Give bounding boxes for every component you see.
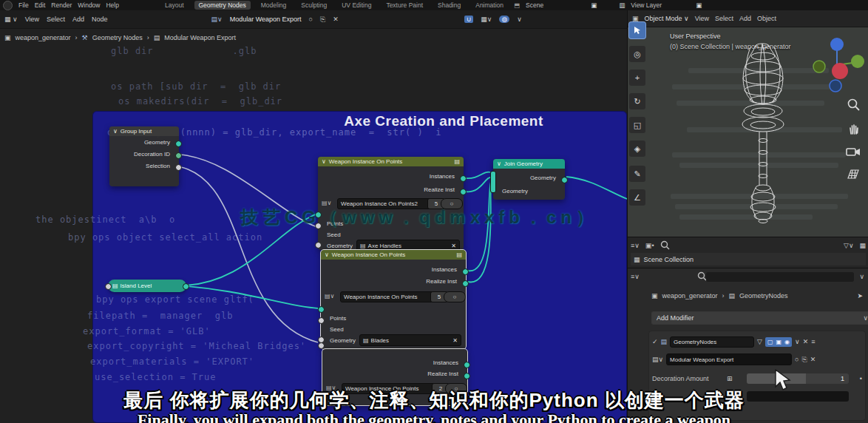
tool-measure[interactable]: ∠: [629, 189, 645, 206]
new-view-layer-icon[interactable]: ▣: [696, 1, 702, 9]
unlink-icon[interactable]: ✕: [810, 356, 816, 363]
multi-input-socket[interactable]: [490, 171, 496, 193]
weapon-instance-node-1[interactable]: ∨Weapon Instance On Points▤ Instances Re…: [318, 157, 464, 250]
breadcrumb-object[interactable]: weapon_generator: [16, 34, 71, 41]
fake-user-toggle[interactable]: ○: [444, 291, 466, 302]
output-socket[interactable]: [175, 152, 182, 159]
wireframe-mace-model[interactable]: [724, 40, 805, 229]
node-options-icon[interactable]: ▤: [454, 158, 460, 165]
chevron-down-icon[interactable]: ∨: [795, 338, 800, 345]
view-layer-selector[interactable]: View Layer: [631, 1, 662, 9]
workspace-tab-modeling[interactable]: Modeling: [257, 1, 291, 10]
weapon-instance-node-2[interactable]: ∨Weapon Instance On Points▤ Instances Re…: [321, 250, 466, 349]
overlays-icon[interactable]: ◍: [499, 16, 509, 23]
node-menu-view[interactable]: View: [25, 16, 39, 23]
filter-icon[interactable]: ▽∨: [844, 242, 854, 249]
fake-user-icon[interactable]: ○: [309, 16, 313, 23]
search-icon[interactable]: [660, 240, 671, 251]
new-scene-icon[interactable]: ▣: [591, 1, 597, 9]
tool-move[interactable]: +: [629, 70, 645, 86]
animate-dot-icon[interactable]: •: [860, 375, 862, 382]
node-menu-add[interactable]: Add: [72, 16, 84, 23]
output-socket[interactable]: [462, 280, 469, 287]
breadcrumb-tree[interactable]: Modular Weapon Export: [164, 34, 236, 41]
new-tree-icon[interactable]: ⎘: [320, 16, 325, 24]
collapse-icon[interactable]: ∨: [497, 160, 501, 167]
display-mode-icon[interactable]: ▣•: [645, 242, 654, 249]
snap-mode-dropdown[interactable]: ▦∨: [481, 16, 492, 23]
tool-scale[interactable]: ◱: [629, 117, 645, 133]
workspace-tab-sculpting[interactable]: Sculpting: [296, 1, 331, 10]
workspace-tab-shading[interactable]: Shading: [433, 1, 465, 10]
funnel-icon[interactable]: ▽: [757, 338, 762, 345]
workspace-tab-uv-editing[interactable]: UV Editing: [337, 1, 376, 10]
workspace-tab-layout[interactable]: Layout: [160, 1, 189, 10]
fake-user-icon[interactable]: ○: [795, 356, 799, 363]
menu-help[interactable]: Help: [106, 1, 118, 9]
node-menu-node[interactable]: Node: [92, 16, 108, 23]
outliner-row-scene-collection[interactable]: ▦ Scene Collection: [631, 253, 866, 265]
value-slider[interactable]: 1: [747, 373, 849, 384]
perspective-toggle-icon[interactable]: [846, 167, 861, 180]
output-socket[interactable]: [460, 189, 467, 195]
tool-annotate[interactable]: ✎: [629, 166, 645, 182]
input-socket[interactable]: [318, 342, 325, 349]
join-geometry-node[interactable]: ∨Join Geometry Geometry Geometry: [493, 159, 565, 200]
input-socket[interactable]: [318, 306, 325, 313]
output-socket[interactable]: [460, 175, 467, 182]
render-toggle-icon[interactable]: ◉: [784, 339, 790, 345]
output-socket[interactable]: [175, 164, 182, 171]
navigation-gizmo[interactable]: [810, 35, 865, 98]
modifier-display-toggles[interactable]: ▢ ▣ ◉: [765, 337, 792, 347]
clear-icon[interactable]: ✕: [451, 243, 456, 249]
snap-magnet-icon[interactable]: ∪: [464, 16, 474, 23]
collapse-icon[interactable]: ∨: [325, 251, 329, 258]
scene-selector[interactable]: Scene: [526, 1, 543, 9]
group-input-node[interactable]: ∨Group Input Geometry Decoration ID Sele…: [109, 126, 179, 186]
tool-select-box[interactable]: [629, 22, 645, 38]
menu-edit[interactable]: Edit: [35, 1, 46, 9]
menu-file[interactable]: File: [18, 1, 29, 9]
node-options-icon[interactable]: ▤: [456, 251, 462, 258]
menu-render[interactable]: Render: [51, 1, 72, 9]
vp-menu-select[interactable]: Select: [715, 15, 733, 22]
input-socket[interactable]: [315, 242, 322, 248]
add-modifier-button[interactable]: Add Modifier ∨: [651, 311, 868, 325]
node-group-name-field[interactable]: Modular Weapon Export: [666, 353, 792, 365]
breadcrumb-modifier[interactable]: Geometry Nodes: [92, 34, 143, 41]
blender-logo-icon[interactable]: [3, 1, 13, 10]
zoom-icon[interactable]: [847, 98, 861, 112]
pin-icon[interactable]: ➤: [857, 292, 863, 300]
expand-check-icon[interactable]: ✓: [652, 338, 658, 345]
node-group-name-field[interactable]: Weapon Instance On Points: [340, 291, 435, 302]
workspace-tab-texture-paint[interactable]: Texture Paint: [382, 1, 427, 10]
input-socket[interactable]: [318, 317, 325, 324]
input-socket[interactable]: [105, 283, 112, 290]
pan-hand-icon[interactable]: [847, 121, 861, 136]
workspace-tab-animation[interactable]: Animation: [471, 1, 508, 10]
modifier-name-field[interactable]: GeometryNodes: [670, 336, 754, 348]
workspace-tab-geometry-nodes[interactable]: Geometry Nodes: [194, 1, 251, 10]
output-socket[interactable]: [561, 177, 568, 183]
collection-dropdown[interactable]: ▤ Blades ✕: [359, 334, 461, 346]
unlink-tree-icon[interactable]: ✕: [333, 16, 339, 23]
island-level-node[interactable]: ▤ Island Level: [108, 280, 186, 292]
properties-search-input[interactable]: [706, 272, 854, 282]
vp-menu-add[interactable]: Add: [739, 15, 751, 22]
clear-icon[interactable]: ✕: [452, 337, 458, 344]
output-socket[interactable]: [462, 268, 469, 275]
collapse-icon[interactable]: ∨: [113, 128, 118, 135]
properties-type-icon[interactable]: ≡∨: [631, 273, 640, 280]
outliner-options-icon[interactable]: ▦: [859, 242, 866, 249]
output-socket[interactable]: [464, 362, 470, 368]
properties-options-icon[interactable]: ∨: [859, 273, 864, 280]
copy-icon[interactable]: ⎘: [802, 356, 807, 364]
tool-rotate[interactable]: ↻: [629, 93, 645, 109]
properties-breadcrumb-modifier[interactable]: GeometryNodes: [739, 292, 788, 300]
node-tree-name[interactable]: Modular Weapon Export: [230, 16, 302, 23]
tool-cursor[interactable]: ◎: [629, 46, 645, 62]
vp-menu-view[interactable]: View: [695, 15, 709, 22]
realtime-toggle-icon[interactable]: ▣: [776, 339, 782, 345]
output-socket[interactable]: [183, 283, 189, 290]
editor-type-icon[interactable]: ▦ ∨: [4, 16, 18, 23]
